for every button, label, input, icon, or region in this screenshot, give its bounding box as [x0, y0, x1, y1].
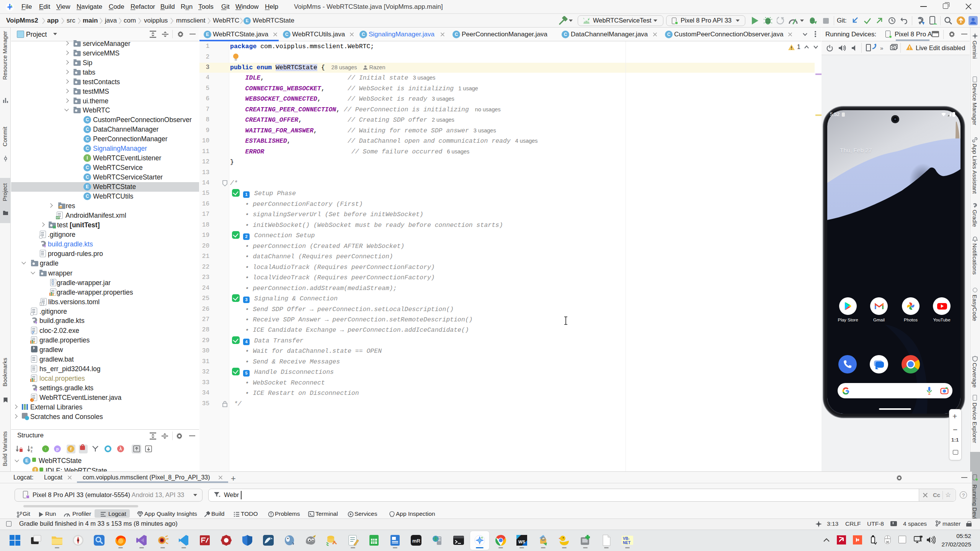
svg-text:mR: mR [412, 538, 421, 544]
svg-text:NET: NET [623, 541, 630, 545]
svg-text:WS: WS [518, 540, 525, 544]
svg-text:z: z [31, 449, 33, 453]
svg-text:VB-: VB- [623, 536, 629, 541]
svg-text:a: a [31, 445, 33, 449]
